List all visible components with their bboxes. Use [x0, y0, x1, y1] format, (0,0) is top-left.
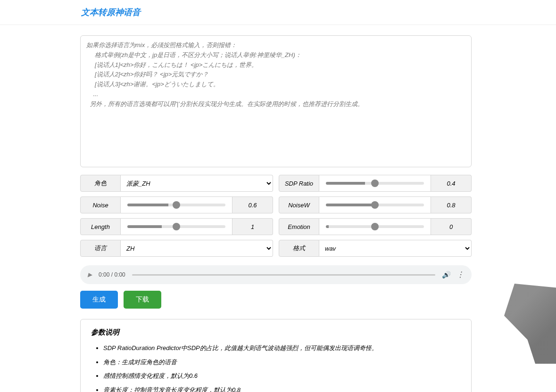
role-select[interactable]: 派蒙_ZH — [121, 175, 273, 192]
info-title: 参数说明 — [91, 328, 461, 337]
noise-value: 0.6 — [232, 196, 273, 213]
info-panel: 参数说明 SDP RatioDuration Predictor中SDP的占比，… — [80, 319, 472, 392]
emotion-slider-wrap — [319, 218, 431, 235]
volume-icon[interactable]: 🔊 — [442, 271, 450, 278]
noisew-value: 0.8 — [431, 196, 472, 213]
language-label: 语言 — [80, 240, 121, 257]
noisew-label: NoiseW — [279, 196, 319, 213]
noise-label: Noise — [80, 196, 121, 213]
length-slider[interactable] — [127, 225, 225, 228]
length-value: 1 — [232, 218, 273, 235]
text-input[interactable] — [80, 35, 472, 167]
length-slider-wrap — [121, 218, 232, 235]
audio-player: ▶ 0:00 / 0:00 🔊 ⋮ — [80, 265, 472, 284]
length-label: Length — [80, 218, 121, 235]
info-item: 音素长度：控制音节发音长度变化程度，默认为0.8 — [103, 385, 461, 392]
noise-slider-wrap — [121, 196, 232, 213]
sdp-ratio-label: SDP Ratio — [279, 175, 319, 192]
action-buttons: 生成 下载 — [80, 291, 472, 309]
sdp-ratio-slider-wrap — [319, 175, 431, 192]
emotion-slider[interactable] — [326, 225, 424, 228]
main-container: 角色 派蒙_ZH SDP Ratio 0.4 Noise 0.6 — [80, 25, 472, 392]
role-label: 角色 — [80, 175, 121, 192]
info-item: SDP RatioDuration Predictor中SDP的占比，此值越大则… — [103, 343, 461, 353]
generate-button[interactable]: 生成 — [80, 291, 118, 309]
info-list: SDP RatioDuration Predictor中SDP的占比，此值越大则… — [91, 343, 461, 392]
decorative-image — [504, 284, 556, 364]
noisew-slider-wrap — [319, 196, 431, 213]
noise-slider[interactable] — [127, 204, 225, 206]
emotion-label: Emotion — [279, 218, 319, 235]
format-select[interactable]: wav — [319, 240, 472, 257]
sdp-ratio-value: 0.4 — [431, 175, 472, 192]
noisew-slider[interactable] — [326, 204, 424, 206]
info-item: 感情控制感情变化程度，默认为0.6 — [103, 371, 461, 381]
info-item: 角色：生成对应角色的语音 — [103, 358, 461, 367]
sdp-ratio-slider[interactable] — [326, 182, 424, 185]
language-select[interactable]: ZH — [121, 240, 273, 257]
controls-panel: 角色 派蒙_ZH SDP Ratio 0.4 Noise 0.6 — [80, 175, 472, 257]
audio-time: 0:00 / 0:00 — [99, 271, 125, 278]
audio-progress[interactable] — [132, 274, 435, 276]
page-title: 文本转原神语音 — [0, 0, 556, 25]
emotion-value: 0 — [431, 218, 472, 235]
format-label: 格式 — [279, 240, 319, 257]
audio-menu-icon[interactable]: ⋮ — [456, 271, 464, 278]
play-icon[interactable]: ▶ — [88, 271, 92, 278]
download-button[interactable]: 下载 — [124, 291, 161, 309]
